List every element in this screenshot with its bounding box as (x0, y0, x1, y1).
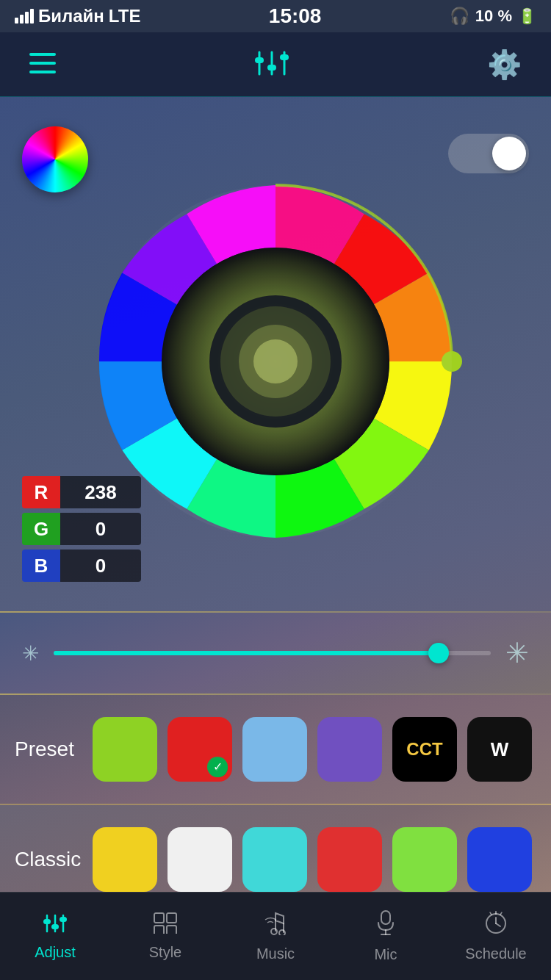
svg-line-38 (490, 912, 491, 915)
schedule-icon (484, 910, 508, 941)
mic-icon (375, 909, 396, 942)
svg-rect-8 (280, 54, 289, 60)
svg-rect-7 (267, 65, 276, 71)
b-value[interactable]: 0 (60, 550, 141, 582)
menu-icon[interactable] (29, 49, 56, 80)
mic-label: Mic (374, 946, 397, 963)
nav-item-style[interactable]: Style (118, 912, 213, 961)
svg-point-16 (99, 185, 452, 538)
svg-point-29 (271, 929, 277, 934)
svg-rect-22 (60, 917, 67, 922)
svg-rect-24 (167, 913, 176, 923)
classic-colors (93, 827, 536, 892)
preset-color-lime[interactable] (93, 717, 157, 782)
signal-bars (15, 9, 34, 24)
svg-line-36 (496, 923, 500, 926)
music-icon (263, 910, 288, 941)
power-toggle[interactable] (448, 134, 529, 173)
status-left: Билайн LTE (15, 6, 140, 26)
svg-rect-20 (43, 919, 51, 924)
b-label: B (22, 550, 60, 582)
g-row[interactable]: G 0 (22, 513, 141, 545)
classic-color-white[interactable] (168, 827, 232, 892)
classic-label: Classic (15, 848, 81, 871)
svg-rect-0 (29, 53, 56, 56)
brightness-slider[interactable] (54, 651, 491, 655)
brightness-high-icon: ✳ (505, 637, 529, 669)
svg-rect-2 (29, 71, 56, 73)
g-label: G (22, 513, 60, 545)
nav-item-schedule[interactable]: Schedule (448, 910, 544, 962)
preset-color-purple[interactable] (317, 717, 382, 782)
svg-rect-21 (51, 924, 59, 929)
color-picker-ball[interactable] (22, 126, 88, 192)
svg-rect-26 (167, 926, 176, 934)
music-label: Music (256, 945, 295, 962)
battery-icon: 🔋 (518, 7, 536, 25)
svg-rect-31 (381, 911, 390, 924)
main-content: R 238 G 0 B 0 ✳ ✳ Preset ✓ (0, 97, 551, 914)
toggle-knob (492, 137, 526, 170)
classic-color-red[interactable] (317, 827, 382, 892)
nav-item-mic[interactable]: Mic (338, 909, 433, 963)
svg-line-39 (500, 912, 502, 915)
svg-rect-6 (255, 57, 264, 63)
r-label: R (22, 476, 60, 508)
preset-color-skyblue[interactable] (242, 717, 307, 782)
adjust-icon (43, 912, 68, 940)
color-wheel-svg[interactable] (84, 170, 467, 552)
color-wheel-area: R 238 G 0 B 0 (0, 112, 551, 611)
brightness-fill (54, 651, 439, 655)
schedule-label: Schedule (465, 945, 526, 962)
status-time: 15:08 (269, 4, 322, 28)
rgb-values: R 238 G 0 B 0 (22, 476, 141, 582)
preset-label: Preset (15, 738, 81, 761)
status-bar: Билайн LTE 15:08 🎧 10 % 🔋 (0, 0, 551, 32)
style-label: Style (149, 944, 181, 961)
mixer-icon[interactable] (253, 48, 290, 81)
status-right: 🎧 10 % 🔋 (450, 7, 536, 26)
svg-rect-23 (154, 913, 164, 923)
brightness-low-icon: ✳ (22, 641, 39, 666)
nav-bar: ⚙️ (0, 32, 551, 97)
classic-color-yellow[interactable] (93, 827, 157, 892)
b-row[interactable]: B 0 (22, 550, 141, 582)
preset-color-w[interactable]: W (467, 717, 532, 782)
settings-icon[interactable]: ⚙️ (487, 48, 522, 81)
nav-item-music[interactable]: Music (228, 910, 323, 962)
color-wheel-container[interactable] (84, 170, 467, 552)
network-label: LTE (109, 6, 141, 26)
carrier-label: Билайн (38, 6, 104, 26)
r-row[interactable]: R 238 (22, 476, 141, 508)
preset-color-cct[interactable]: CCT (392, 717, 457, 782)
classic-color-blue[interactable] (467, 827, 532, 892)
g-value[interactable]: 0 (60, 513, 141, 545)
adjust-label: Adjust (35, 944, 76, 961)
brightness-section: ✳ ✳ (0, 613, 551, 693)
style-icon (153, 912, 178, 940)
svg-rect-25 (154, 926, 164, 934)
preset-section: Preset ✓ CCT W (0, 695, 551, 804)
preset-color-red[interactable]: ✓ (168, 717, 232, 782)
headphones-icon: 🎧 (450, 7, 469, 26)
battery-label: 10 % (475, 7, 512, 26)
brightness-thumb[interactable] (428, 643, 449, 663)
svg-rect-1 (29, 62, 56, 65)
bottom-nav: Adjust Style Music (0, 892, 551, 980)
nav-item-adjust[interactable]: Adjust (7, 912, 103, 961)
classic-color-lime[interactable] (392, 827, 457, 892)
r-value[interactable]: 238 (60, 476, 141, 508)
preset-colors: ✓ CCT W (93, 717, 536, 782)
classic-color-cyan[interactable] (242, 827, 307, 892)
